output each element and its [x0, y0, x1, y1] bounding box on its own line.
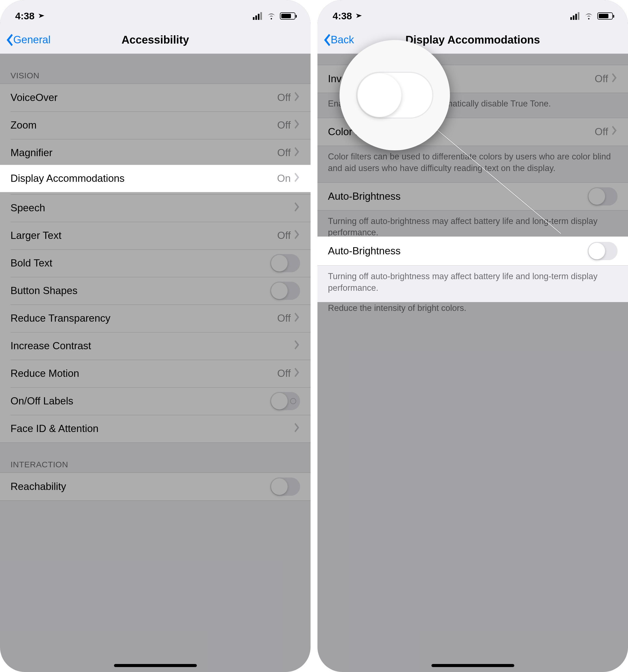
row-increase-contrast[interactable]: Increase Contrast: [0, 332, 310, 360]
highlight-auto-brightness[interactable]: Auto-Brightness: [318, 236, 628, 266]
magnified-toggle: [356, 72, 434, 119]
row-label: Bold Text: [10, 257, 270, 269]
cellular-icon: [253, 12, 263, 20]
row-value: Off: [277, 368, 291, 379]
wifi-icon: [584, 12, 594, 20]
status-bar: 4:38: [0, 0, 310, 26]
status-bar: 4:38: [318, 0, 628, 26]
row-zoom[interactable]: Zoom Off: [0, 112, 310, 139]
wifi-icon: [267, 12, 276, 20]
chevron-right-icon: [295, 313, 300, 325]
chevron-right-icon: [295, 423, 300, 435]
back-button[interactable]: General: [0, 34, 50, 46]
row-value: Off: [277, 147, 291, 159]
back-label: General: [13, 34, 50, 46]
row-faceid-attention[interactable]: Face ID & Attention: [0, 415, 310, 442]
row-label: Auto-Brightness: [328, 245, 588, 257]
row-label: Zoom: [10, 119, 277, 131]
row-value: On: [277, 173, 291, 184]
row-reachability[interactable]: Reachability: [0, 473, 310, 500]
section-header-interaction: INTERACTION: [0, 443, 310, 473]
highlight-display-accommodations[interactable]: Display Accommodations On: [0, 165, 310, 192]
right-phone: 4:38 Back Display Accommodations Invert …: [318, 0, 628, 672]
row-value: Off: [277, 313, 291, 324]
chevron-right-icon: [612, 126, 618, 138]
row-onoff-labels[interactable]: On/Off Labels: [0, 387, 310, 415]
row-label: Increase Contrast: [10, 340, 295, 352]
chevron-right-icon: [295, 202, 300, 214]
toggle-onoff-labels[interactable]: [270, 392, 300, 410]
vision-group: VoiceOver Off Zoom Off Magnifier Off Dis…: [0, 83, 310, 443]
row-label: Button Shapes: [10, 285, 270, 296]
row-label: Reachability: [10, 481, 270, 493]
toggle-bold-text[interactable]: [270, 254, 300, 272]
content: VISION VoiceOver Off Zoom Off Magnifier …: [0, 54, 310, 501]
row-value: Off: [277, 119, 291, 131]
row-value: Off: [277, 230, 291, 241]
home-indicator[interactable]: [432, 664, 514, 667]
battery-icon: [597, 13, 613, 20]
row-label: Reduce Transparency: [10, 313, 277, 324]
location-icon: [352, 10, 363, 22]
row-voiceover[interactable]: VoiceOver Off: [0, 84, 310, 112]
nav-bar: General Accessibility: [0, 26, 310, 54]
row-label: Display Accommodations: [10, 173, 277, 184]
row-value: Off: [277, 92, 291, 103]
home-indicator[interactable]: [114, 664, 197, 667]
toggle-auto-brightness-highlight[interactable]: [588, 242, 618, 260]
chevron-left-icon: [5, 34, 13, 46]
row-button-shapes[interactable]: Button Shapes: [0, 277, 310, 305]
chevron-right-icon: [295, 340, 300, 352]
row-label: On/Off Labels: [10, 395, 270, 407]
row-label: Speech: [10, 202, 295, 214]
toggle-button-shapes[interactable]: [270, 282, 300, 300]
section-header-vision: VISION: [0, 54, 310, 83]
chevron-left-icon: [322, 34, 331, 46]
row-auto-brightness[interactable]: Auto-Brightness: [318, 183, 628, 210]
row-speech[interactable]: Speech: [0, 194, 310, 222]
row-magnifier[interactable]: Magnifier Off: [0, 139, 310, 167]
back-label: Back: [331, 34, 354, 46]
left-phone: 4:38 General Accessibility VISION VoiceO…: [0, 0, 310, 672]
row-reduce-motion[interactable]: Reduce Motion Off: [0, 360, 310, 387]
row-label: VoiceOver: [10, 92, 277, 103]
row-bold-text[interactable]: Bold Text: [0, 249, 310, 277]
row-label: Magnifier: [10, 147, 277, 159]
autobrightness-group: Auto-Brightness: [318, 182, 628, 211]
footer-colorfilters: Color filters can be used to differentia…: [318, 146, 628, 182]
status-time: 4:38: [333, 10, 352, 22]
row-label: Reduce Motion: [10, 368, 277, 379]
magnifier-callout: [340, 40, 450, 150]
toggle-reachability[interactable]: [270, 478, 300, 496]
chevron-right-icon: [295, 173, 300, 185]
status-time: 4:38: [15, 10, 34, 22]
chevron-right-icon: [295, 368, 300, 380]
location-icon: [34, 10, 46, 22]
back-button[interactable]: Back: [318, 34, 354, 46]
row-label: Auto-Brightness: [328, 191, 588, 202]
row-reduce-transparency[interactable]: Reduce Transparency Off: [0, 305, 310, 332]
toggle-auto-brightness[interactable]: [588, 187, 618, 206]
chevron-right-icon: [295, 147, 300, 159]
row-larger-text[interactable]: Larger Text Off: [0, 222, 310, 249]
highlight-footer-autobrightness: Turning off auto-brightness may affect b…: [318, 266, 628, 302]
cellular-icon: [570, 12, 580, 20]
chevron-right-icon: [295, 230, 300, 242]
row-label: Larger Text: [10, 230, 277, 241]
chevron-right-icon: [612, 73, 618, 85]
page-title: Display Accommodations: [318, 34, 628, 46]
interaction-group: Reachability: [0, 473, 310, 501]
row-value: Off: [595, 73, 608, 85]
row-value: Off: [595, 126, 608, 138]
chevron-right-icon: [295, 119, 300, 131]
row-label: Face ID & Attention: [10, 423, 295, 434]
chevron-right-icon: [295, 92, 300, 104]
battery-icon: [280, 13, 295, 20]
